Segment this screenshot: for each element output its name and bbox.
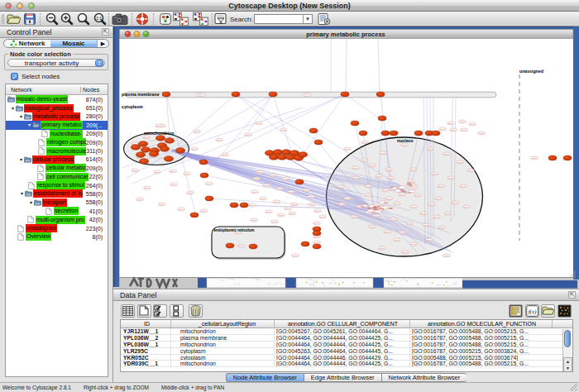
svg-text:Gene-t: Gene-t — [291, 203, 297, 205]
svg-text:Gene-t: Gene-t — [376, 175, 381, 177]
svg-text:Gene-t: Gene-t — [257, 171, 263, 173]
svg-text:Gene-t: Gene-t — [170, 170, 175, 172]
svg-text:Gene-t: Gene-t — [352, 177, 358, 179]
svg-text:Gene-t: Gene-t — [365, 194, 371, 196]
svg-text:Gene-t: Gene-t — [447, 177, 453, 179]
svg-text:Gene-t: Gene-t — [251, 219, 256, 221]
svg-text:plasma membrane: plasma membrane — [122, 92, 160, 97]
svg-text:Gene-t: Gene-t — [369, 165, 375, 166]
svg-text:Gene-t: Gene-t — [154, 171, 160, 173]
svg-text:Gene-t: Gene-t — [308, 196, 313, 198]
svg-text:Gene-t: Gene-t — [439, 128, 445, 130]
svg-text:Gene-t: Gene-t — [443, 153, 449, 155]
svg-text:Gene-t: Gene-t — [136, 198, 142, 200]
svg-text:cytoplasm: cytoplasm — [122, 104, 143, 109]
svg-text:unassigned: unassigned — [519, 69, 543, 74]
svg-text:Gene-t: Gene-t — [144, 187, 150, 189]
svg-text:Gene-t: Gene-t — [132, 170, 137, 171]
svg-text:Gene-t: Gene-t — [443, 255, 449, 256]
svg-text:Gene-t: Gene-t — [428, 203, 434, 205]
svg-text:Gene-t: Gene-t — [435, 198, 441, 199]
svg-text:Gene-t: Gene-t — [337, 186, 343, 188]
svg-text:Gene-t: Gene-t — [184, 173, 189, 174]
svg-text:Gene-t: Gene-t — [382, 189, 388, 191]
svg-text:Gene-t: Gene-t — [460, 185, 466, 187]
svg-text:Gene-t: Gene-t — [379, 247, 385, 249]
svg-text:Gene-t: Gene-t — [313, 236, 319, 237]
svg-text:Gene-t: Gene-t — [410, 169, 416, 170]
svg-text:Gene-t: Gene-t — [143, 136, 149, 138]
svg-text:Gene-t: Gene-t — [313, 222, 319, 224]
svg-text:Gene-t: Gene-t — [402, 251, 408, 253]
svg-text:Gene-t: Gene-t — [187, 192, 193, 194]
svg-text:Gene-t: Gene-t — [276, 188, 282, 189]
svg-text:Gene-t: Gene-t — [319, 216, 325, 218]
svg-text:nucleus: nucleus — [397, 138, 414, 143]
svg-text:Gene-t: Gene-t — [410, 243, 416, 245]
svg-text:Gene-t: Gene-t — [385, 198, 391, 199]
svg-text:Gene-t: Gene-t — [249, 204, 255, 206]
svg-text:Gene-t: Gene-t — [380, 152, 385, 154]
svg-text:Gene-t: Gene-t — [304, 93, 309, 95]
svg-text:Gene-t: Gene-t — [401, 144, 407, 146]
svg-text:Gene-t: Gene-t — [361, 160, 366, 161]
svg-text:Gene-t: Gene-t — [420, 213, 426, 214]
svg-text:Gene-t: Gene-t — [303, 189, 309, 191]
svg-text:Gene-t: Gene-t — [313, 241, 319, 243]
svg-text:Gene-t: Gene-t — [467, 170, 473, 171]
svg-text:Gene-t: Gene-t — [178, 208, 184, 210]
svg-text:Gene-t: Gene-t — [200, 210, 206, 212]
svg-text:Gene-t: Gene-t — [478, 132, 484, 134]
svg-text:Gene-t: Gene-t — [309, 203, 314, 205]
svg-text:f(x): f(x) — [528, 308, 536, 314]
svg-text:Gene-t: Gene-t — [194, 131, 199, 132]
svg-text:Gene-t: Gene-t — [285, 208, 290, 209]
svg-text:Gene-t: Gene-t — [170, 184, 176, 185]
svg-text:Gene-t: Gene-t — [278, 214, 284, 216]
svg-text:Gene-t: Gene-t — [373, 215, 379, 217]
svg-text:Gene-t: Gene-t — [410, 206, 416, 208]
svg-text:Gene-t: Gene-t — [385, 169, 391, 170]
svg-text:Gene-t: Gene-t — [245, 134, 251, 136]
svg-text:Gene-t: Gene-t — [352, 167, 358, 169]
svg-text:mitochondrion: mitochondrion — [144, 131, 174, 136]
svg-text:Gene-t: Gene-t — [344, 148, 350, 150]
svg-text:Gene-t: Gene-t — [206, 183, 212, 184]
svg-text:Gene-t: Gene-t — [459, 121, 465, 122]
svg-text:Gene-t: Gene-t — [365, 185, 371, 187]
svg-text:Gene-t: Gene-t — [433, 216, 439, 218]
svg-text:Gene-t: Gene-t — [438, 227, 444, 228]
svg-text:Gene-t: Gene-t — [361, 141, 367, 143]
svg-text:Gene-t: Gene-t — [427, 148, 433, 150]
svg-text:Gene-t: Gene-t — [450, 129, 456, 131]
svg-text:Gene-t: Gene-t — [198, 93, 203, 95]
svg-text:Gene-t: Gene-t — [432, 173, 438, 174]
svg-text:Gene-t: Gene-t — [408, 180, 414, 182]
svg-text:Gene-t: Gene-t — [390, 218, 395, 220]
svg-text:Gene-t: Gene-t — [266, 211, 271, 213]
svg-text:Gene-t: Gene-t — [423, 224, 428, 226]
svg-text:Gene-t: Gene-t — [216, 139, 222, 141]
svg-text:Gene-t: Gene-t — [438, 185, 443, 187]
svg-text:primary metabolic process: primary metabolic process — [306, 31, 385, 38]
svg-text:Gene-t: Gene-t — [394, 203, 400, 204]
svg-text:Gene-t: Gene-t — [461, 129, 467, 131]
svg-text:Gene-t: Gene-t — [159, 203, 165, 205]
svg-text:Gene-t: Gene-t — [344, 198, 350, 199]
svg-text:Gene-t: Gene-t — [292, 255, 298, 256]
svg-text:Gene-t: Gene-t — [191, 148, 197, 150]
svg-text:Gene-t: Gene-t — [280, 129, 286, 131]
svg-text:Gene-t: Gene-t — [288, 191, 294, 193]
svg-text:endoplasmic reticulum: endoplasmic reticulum — [214, 228, 255, 232]
svg-text:Gene-t: Gene-t — [156, 125, 161, 127]
svg-text:Gene-t: Gene-t — [253, 178, 259, 179]
svg-text:Gene-t: Gene-t — [260, 198, 266, 199]
svg-text:Gene-t: Gene-t — [369, 226, 375, 227]
svg-text:Gene-t: Gene-t — [394, 239, 400, 241]
svg-text:Gene-t: Gene-t — [314, 210, 320, 212]
svg-text:Gene-t: Gene-t — [338, 203, 344, 205]
svg-text:Gene-t: Gene-t — [289, 213, 294, 214]
svg-text:Gene-t: Gene-t — [256, 122, 261, 124]
svg-text:Gene-t: Gene-t — [351, 216, 356, 218]
svg-text:Gene-t: Gene-t — [452, 202, 457, 203]
